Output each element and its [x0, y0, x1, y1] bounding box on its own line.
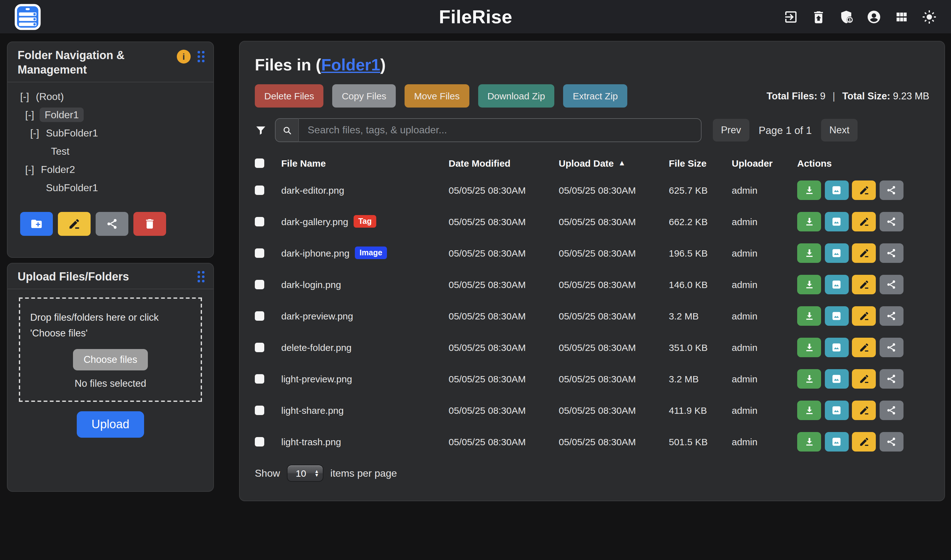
row-checkbox[interactable]: [255, 342, 264, 352]
row-checkbox[interactable]: [255, 248, 264, 257]
copy-files-button[interactable]: Copy Files: [332, 84, 396, 108]
tree-item-label[interactable]: (Root): [35, 90, 65, 103]
preview-image-button[interactable]: [825, 274, 848, 294]
tree-item-subfolder1[interactable]: SubFolder1: [20, 178, 207, 197]
tree-item-label[interactable]: SubFolder1: [45, 181, 99, 194]
share-file-button[interactable]: [879, 180, 903, 200]
download-file-button[interactable]: [797, 212, 821, 231]
trash-restore-icon[interactable]: [811, 8, 827, 25]
file-name[interactable]: light-share.png: [281, 405, 344, 415]
tree-toggle-icon[interactable]: [-]: [30, 124, 42, 142]
preview-image-button[interactable]: [825, 243, 848, 263]
admin-shield-icon[interactable]: [838, 8, 854, 25]
preview-image-button[interactable]: [825, 212, 848, 231]
share-file-button[interactable]: [879, 212, 903, 231]
download-file-button[interactable]: [797, 369, 821, 388]
row-checkbox[interactable]: [255, 437, 264, 446]
download-zip-button[interactable]: Download Zip: [478, 84, 554, 108]
current-folder-link[interactable]: Folder1: [321, 55, 380, 74]
file-name[interactable]: light-trash.png: [281, 436, 341, 447]
file-name[interactable]: dark-editor.png: [281, 185, 344, 195]
download-file-button[interactable]: [797, 306, 821, 325]
delete-files-button[interactable]: Delete Files: [255, 84, 324, 108]
preview-image-button[interactable]: [825, 180, 848, 200]
row-checkbox[interactable]: [255, 374, 264, 383]
row-checkbox[interactable]: [255, 280, 264, 289]
drag-handle-icon[interactable]: [197, 271, 205, 282]
download-file-button[interactable]: [797, 337, 821, 357]
move-files-button[interactable]: Move Files: [405, 84, 469, 108]
column-header-file-size[interactable]: File Size: [669, 157, 732, 168]
edit-file-button[interactable]: [852, 180, 876, 200]
tree-item-label[interactable]: Folder2: [40, 163, 76, 176]
file-name[interactable]: delete-folder.png: [281, 342, 352, 352]
share-file-button[interactable]: [879, 432, 903, 451]
file-dropzone[interactable]: Drop files/folders here or click 'Choose…: [19, 297, 202, 402]
file-name[interactable]: dark-login.png: [281, 279, 341, 289]
download-file-button[interactable]: [797, 180, 821, 200]
extract-zip-button[interactable]: Extract Zip: [563, 84, 627, 108]
edit-file-button[interactable]: [852, 243, 876, 263]
choose-files-button[interactable]: Choose files: [73, 349, 148, 370]
column-header-file-name[interactable]: File Name: [281, 157, 449, 168]
file-name[interactable]: dark-preview.png: [281, 310, 353, 321]
tree-toggle-icon[interactable]: [-]: [20, 88, 31, 106]
edit-file-button[interactable]: [852, 432, 876, 451]
info-icon[interactable]: i: [177, 50, 191, 63]
tree-item-folder1[interactable]: [-]Folder1: [20, 106, 207, 124]
preview-image-button[interactable]: [825, 400, 848, 420]
tree-item-root[interactable]: [-](Root): [20, 88, 207, 106]
user-profile-icon[interactable]: [866, 8, 882, 25]
download-file-button[interactable]: [797, 400, 821, 420]
column-header-uploader[interactable]: Uploader: [732, 157, 797, 168]
column-header-date-modified[interactable]: Date Modified: [449, 157, 559, 168]
file-name[interactable]: dark-gallery.png: [281, 216, 348, 227]
tree-item-test[interactable]: Test: [20, 142, 207, 160]
share-file-button[interactable]: [879, 400, 903, 420]
share-file-button[interactable]: [879, 369, 903, 388]
tree-item-label[interactable]: Test: [50, 145, 71, 158]
tree-toggle-icon[interactable]: [-]: [25, 160, 37, 178]
filter-funnel-icon[interactable]: [255, 124, 267, 136]
search-input[interactable]: [298, 118, 701, 142]
filerise-logo-icon[interactable]: [13, 2, 42, 31]
row-checkbox[interactable]: [255, 185, 264, 195]
edit-file-button[interactable]: [852, 400, 876, 420]
next-page-button[interactable]: Next: [821, 119, 858, 142]
share-file-button[interactable]: [879, 306, 903, 325]
edit-file-button[interactable]: [852, 337, 876, 357]
items-per-page-select[interactable]: 10 ▲▼: [287, 465, 324, 482]
grid-view-icon[interactable]: [894, 8, 910, 25]
file-name[interactable]: light-preview.png: [281, 373, 352, 384]
preview-image-button[interactable]: [825, 337, 848, 357]
delete-folder-button[interactable]: [133, 212, 166, 236]
preview-image-button[interactable]: [825, 306, 848, 325]
drag-handle-icon[interactable]: [197, 51, 205, 62]
edit-file-button[interactable]: [852, 369, 876, 388]
row-checkbox[interactable]: [255, 217, 264, 226]
preview-image-button[interactable]: [825, 369, 848, 388]
tree-item-folder2[interactable]: [-]Folder2: [20, 160, 207, 178]
download-file-button[interactable]: [797, 243, 821, 263]
row-checkbox[interactable]: [255, 405, 264, 415]
logout-icon[interactable]: [783, 8, 799, 25]
edit-file-button[interactable]: [852, 274, 876, 294]
download-file-button[interactable]: [797, 274, 821, 294]
tree-item-label[interactable]: Folder1: [40, 108, 84, 122]
prev-page-button[interactable]: Prev: [713, 119, 749, 142]
column-header-upload-date[interactable]: Upload Date ▲: [559, 157, 669, 168]
edit-file-button[interactable]: [852, 306, 876, 325]
select-all-checkbox[interactable]: [255, 158, 264, 168]
row-checkbox[interactable]: [255, 311, 264, 320]
tree-item-subfolder1[interactable]: [-]SubFolder1: [20, 124, 207, 142]
share-folder-button[interactable]: [96, 212, 128, 236]
edit-file-button[interactable]: [852, 212, 876, 231]
tree-item-label[interactable]: SubFolder1: [45, 126, 99, 140]
tree-toggle-icon[interactable]: [-]: [25, 106, 37, 124]
preview-image-button[interactable]: [825, 432, 848, 451]
upload-button[interactable]: Upload: [77, 411, 144, 437]
create-folder-button[interactable]: [20, 212, 53, 236]
share-file-button[interactable]: [879, 274, 903, 294]
share-file-button[interactable]: [879, 243, 903, 263]
light-mode-icon[interactable]: [921, 8, 937, 25]
